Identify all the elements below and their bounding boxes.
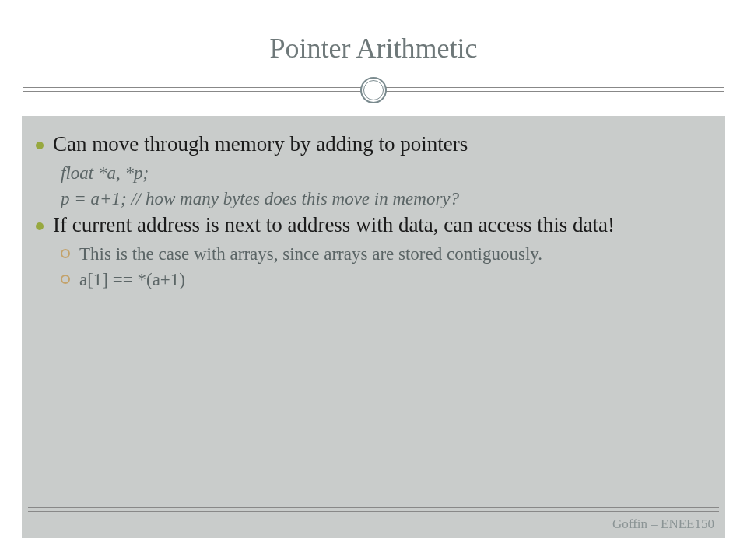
hollow-circle-icon — [61, 275, 70, 284]
divider-circle-icon — [360, 77, 387, 103]
content-area: Can move through memory by adding to poi… — [22, 116, 725, 538]
sub-text: This is the case with arrays, since arra… — [79, 242, 542, 266]
bullet-text: If current address is next to address wi… — [53, 212, 615, 239]
bullet-dot-icon — [36, 142, 44, 149]
sub-item: This is the case with arrays, since arra… — [61, 242, 711, 266]
code-line: p = a+1; // how many bytes does this mov… — [61, 187, 711, 211]
slide-frame: Pointer Arithmetic Can move through memo… — [16, 16, 731, 544]
bullet-item: If current address is next to address wi… — [36, 212, 711, 239]
code-line: float *a, *p; — [61, 161, 711, 185]
title-divider — [16, 77, 731, 103]
hollow-circle-icon — [61, 249, 70, 258]
sub-item: a[1] == *(a+1) — [61, 268, 711, 292]
bullet-text: Can move through memory by adding to poi… — [53, 131, 468, 158]
footer-divider-icon — [28, 507, 719, 512]
slide-title: Pointer Arithmetic — [16, 16, 731, 77]
bullet-dot-icon — [36, 222, 44, 230]
footer-text: Goffin – ENEE150 — [612, 516, 714, 532]
sub-text: a[1] == *(a+1) — [79, 268, 185, 292]
bullet-item: Can move through memory by adding to poi… — [36, 131, 711, 158]
